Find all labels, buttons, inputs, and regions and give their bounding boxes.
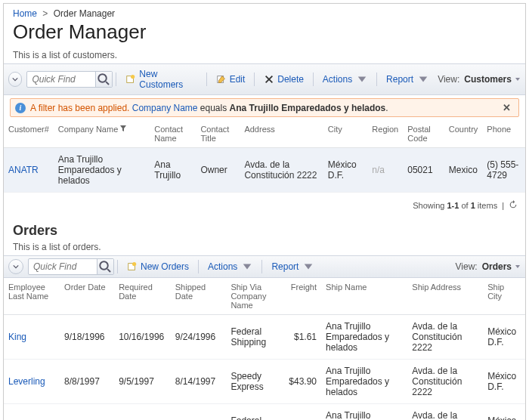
col-shipname[interactable]: Ship Name xyxy=(321,278,407,315)
cell: Avda. de la Constitución 2222 xyxy=(407,360,483,404)
actions-menu[interactable]: Actions xyxy=(317,72,373,87)
svg-point-10 xyxy=(132,262,136,266)
refresh-icon[interactable] xyxy=(509,200,518,211)
breadcrumb: Home > Order Manager xyxy=(4,4,525,20)
view-label: View: xyxy=(438,74,459,85)
filter-bar: i A filter has been applied. Company Nam… xyxy=(10,98,519,117)
cell: $1.61 xyxy=(284,315,321,360)
quick-find xyxy=(26,71,113,88)
customers-grid: Customer# Company Name Contact Name Cont… xyxy=(4,120,525,197)
edit-button[interactable]: Edit xyxy=(210,72,252,87)
svg-point-0 xyxy=(99,74,107,82)
cell: $43.90 xyxy=(284,360,321,404)
col-postal[interactable]: Postal Code xyxy=(403,120,444,148)
report-menu[interactable]: Report xyxy=(265,259,320,274)
col-country[interactable]: Country xyxy=(444,120,483,148)
caret-down-icon xyxy=(303,261,314,272)
search-icon[interactable] xyxy=(97,259,113,274)
cell: 12/12/1997 xyxy=(171,404,227,421)
col-address[interactable]: Address xyxy=(240,120,323,148)
cell: 8/8/1997 xyxy=(60,360,114,404)
new-orders-button[interactable]: New Orders xyxy=(121,259,195,274)
actions-menu[interactable]: Actions xyxy=(202,259,258,274)
search-icon[interactable] xyxy=(95,72,112,87)
filter-field[interactable]: Company Name xyxy=(132,103,198,113)
cell: 10/16/1996 xyxy=(114,315,171,360)
customers-toolbar: New Customers Edit Delete Actions Report… xyxy=(4,63,525,95)
col-phone[interactable]: Phone xyxy=(482,120,525,148)
breadcrumb-home[interactable]: Home xyxy=(13,8,37,19)
col-customer-id[interactable]: Customer# xyxy=(4,120,54,148)
new-icon xyxy=(127,261,138,272)
breadcrumb-sep: > xyxy=(42,8,48,19)
cell: n/a xyxy=(367,148,403,193)
delete-button[interactable]: Delete xyxy=(258,72,310,87)
orders-grid: Employee Last Name Order Date Required D… xyxy=(4,278,525,420)
col-shipcity[interactable]: Ship City xyxy=(483,278,525,315)
col-contact[interactable]: Contact Name xyxy=(150,120,196,148)
svg-line-1 xyxy=(107,82,110,85)
caret-down-icon xyxy=(515,76,521,82)
svg-point-7 xyxy=(100,261,108,270)
col-shipaddr[interactable]: Ship Address xyxy=(407,278,483,315)
customer-id-link[interactable]: ANATR xyxy=(4,148,54,193)
cell: 9/24/1996 xyxy=(171,315,227,360)
chevron-down-icon[interactable] xyxy=(8,259,23,274)
caret-down-icon xyxy=(515,264,521,270)
col-sdate[interactable]: Shipped Date xyxy=(171,278,227,315)
info-icon: i xyxy=(15,103,26,113)
quick-find-input[interactable] xyxy=(29,260,97,273)
cell: 8/14/1997 xyxy=(171,360,227,404)
employee-link[interactable]: King xyxy=(4,315,60,360)
page-title: Order Manager xyxy=(4,20,525,48)
cell: 9/5/1997 xyxy=(114,360,171,404)
view-label: View: xyxy=(456,261,478,272)
cell: 11/28/1997 xyxy=(60,404,114,421)
cell: Federal Shipping xyxy=(226,404,284,421)
col-region[interactable]: Region xyxy=(367,120,403,148)
col-company[interactable]: Company Name xyxy=(54,120,150,148)
employee-link[interactable]: Leverling xyxy=(4,360,60,404)
chevron-down-icon[interactable] xyxy=(8,72,22,87)
cell: Avda. de la Constitución 2222 xyxy=(240,148,323,193)
breadcrumb-current: Order Manager xyxy=(54,8,115,19)
cell: Avda. de la Constitución 2222 xyxy=(407,315,483,360)
table-row[interactable]: King9/18/199610/16/19969/24/1996Federal … xyxy=(4,315,525,360)
employee-link[interactable]: Leverling xyxy=(4,404,60,421)
report-menu[interactable]: Report xyxy=(380,72,435,87)
cell: Owner xyxy=(196,148,240,193)
cell: México D.F. xyxy=(483,404,525,421)
filter-op: equals xyxy=(200,103,227,113)
customers-desc: This is a list of customers. xyxy=(4,48,525,63)
close-icon[interactable]: ✕ xyxy=(500,102,514,113)
col-shipvia[interactable]: Ship Via Company Name xyxy=(226,278,284,315)
new-customers-button[interactable]: New Customers xyxy=(119,66,203,92)
svg-point-3 xyxy=(131,75,135,79)
filter-value: Ana Trujillo Emparedados y helados xyxy=(230,103,386,113)
table-row[interactable]: Leverling11/28/199712/26/199712/12/1997F… xyxy=(4,404,525,421)
cell: 9/18/1996 xyxy=(60,315,114,360)
cell: Ana Trujillo Emparedados y helados xyxy=(321,360,407,404)
quick-find-input[interactable] xyxy=(27,73,95,86)
col-city[interactable]: City xyxy=(323,120,368,148)
table-row[interactable]: Leverling8/8/19979/5/19978/14/1997Speedy… xyxy=(4,360,525,404)
cell: Ana Trujillo Emparedados y helados xyxy=(321,315,407,360)
cell: 12/26/1997 xyxy=(114,404,171,421)
cell: Speedy Express xyxy=(226,360,284,404)
view-selector[interactable]: Customers xyxy=(464,74,521,85)
table-row[interactable]: ANATRAna Trujillo Emparedados y heladosA… xyxy=(4,148,525,193)
delete-icon xyxy=(264,74,274,85)
col-freight[interactable]: Freight xyxy=(284,278,321,315)
col-title[interactable]: Contact Title xyxy=(196,120,240,148)
cell: $11.99 xyxy=(284,404,321,421)
orders-toolbar: New Orders Actions Report View: Orders xyxy=(4,255,525,278)
svg-line-8 xyxy=(107,269,110,272)
col-rdate[interactable]: Required Date xyxy=(114,278,171,315)
cell: Avda. de la Constitución 2222 xyxy=(407,404,483,421)
filter-prefix: A filter has been applied. xyxy=(30,103,129,113)
col-emp[interactable]: Employee Last Name xyxy=(4,278,60,315)
col-odate[interactable]: Order Date xyxy=(60,278,114,315)
caret-down-icon xyxy=(242,261,252,272)
view-selector[interactable]: Orders xyxy=(482,261,521,272)
cell: México D.F. xyxy=(323,148,368,193)
